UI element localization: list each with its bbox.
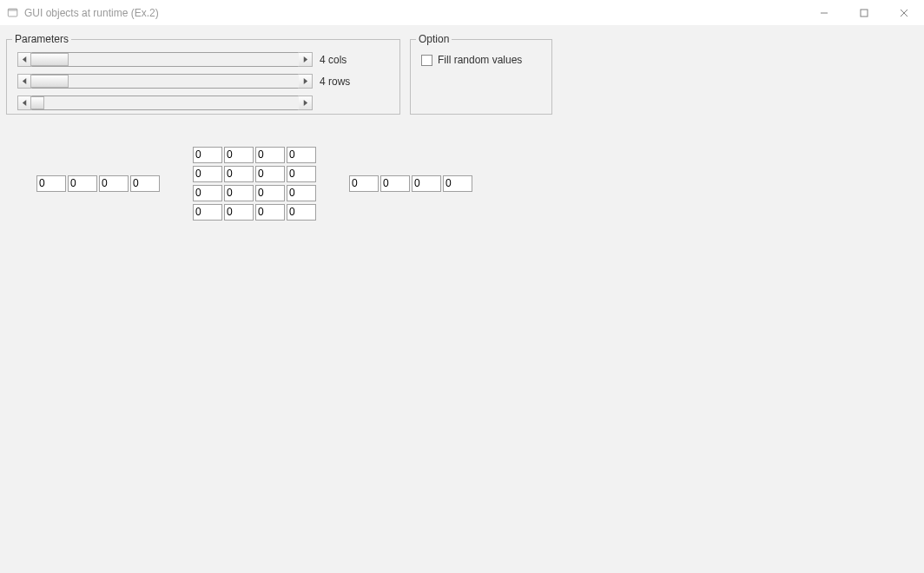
scrollbar-track[interactable] [31,96,299,109]
cell-input[interactable]: 0 [287,166,316,182]
option-legend: Option [416,33,452,45]
cell-input[interactable]: 0 [255,204,285,221]
cell-input[interactable]: 0 [255,147,285,163]
right-arrow-icon[interactable] [298,96,313,110]
right-arrow-icon[interactable] [298,52,313,67]
extra-scrollbar[interactable] [17,96,313,110]
cell-input[interactable]: 0 [224,147,254,163]
cell-input[interactable]: 0 [287,185,316,201]
scrollbar-thumb[interactable] [30,53,69,66]
fill-random-label: Fill random values [438,54,522,66]
scrollbar-thumb[interactable] [30,96,44,109]
minimize-button[interactable] [804,0,844,26]
svg-marker-7 [304,56,307,63]
cols-scrollbar[interactable] [17,52,313,67]
cell-input[interactable]: 0 [193,166,222,182]
cell-input[interactable]: 0 [68,175,97,192]
cell-input[interactable]: 0 [443,175,472,192]
cell-input[interactable]: 0 [349,175,379,192]
rows-scrollbar[interactable] [17,74,313,89]
client-area: Parameters 4 cols [0,26,924,573]
rows-label: 4 rows [320,76,350,88]
cell-input[interactable]: 0 [193,185,222,201]
vector-a: 0000 [36,175,162,194]
right-arrow-icon[interactable] [298,74,313,89]
option-group: Option Fill random values [410,33,552,115]
cell-input[interactable]: 0 [380,175,410,192]
cell-input[interactable]: 0 [193,204,222,221]
close-button[interactable] [884,0,924,26]
parameters-legend: Parameters [12,33,71,45]
cell-input[interactable]: 0 [287,147,316,163]
titlebar: GUI objects at runtime (Ex.2) [0,0,924,26]
cell-input[interactable]: 0 [255,185,285,201]
fill-random-checkbox[interactable] [421,55,432,66]
svg-marker-11 [304,100,307,106]
cell-input[interactable]: 0 [99,175,129,192]
cell-input[interactable]: 0 [255,166,285,182]
cols-label: 4 cols [320,54,346,66]
cell-input[interactable]: 0 [224,204,254,221]
svg-marker-10 [23,100,26,106]
cell-input[interactable]: 0 [287,204,316,221]
cell-input[interactable]: 0 [130,175,160,192]
scrollbar-thumb[interactable] [30,75,69,88]
cell-input[interactable]: 0 [412,175,441,192]
scrollbar-track[interactable] [31,75,299,88]
svg-rect-1 [8,9,17,11]
parameters-group: Parameters 4 cols [6,33,400,115]
app-icon [7,7,19,19]
svg-rect-3 [861,10,868,16]
cell-input[interactable]: 0 [193,147,222,163]
svg-marker-6 [23,56,26,63]
svg-marker-9 [304,78,307,84]
svg-marker-8 [23,78,26,84]
cell-input[interactable]: 0 [36,175,66,192]
window-title: GUI objects at runtime (Ex.2) [24,7,159,19]
vector-b: 0000 [349,175,474,194]
cell-input[interactable]: 0 [224,166,254,182]
scrollbar-track[interactable] [31,53,299,66]
matrix: 0000000000000000 [193,147,318,223]
cell-input[interactable]: 0 [224,185,254,201]
maximize-button[interactable] [844,0,884,26]
